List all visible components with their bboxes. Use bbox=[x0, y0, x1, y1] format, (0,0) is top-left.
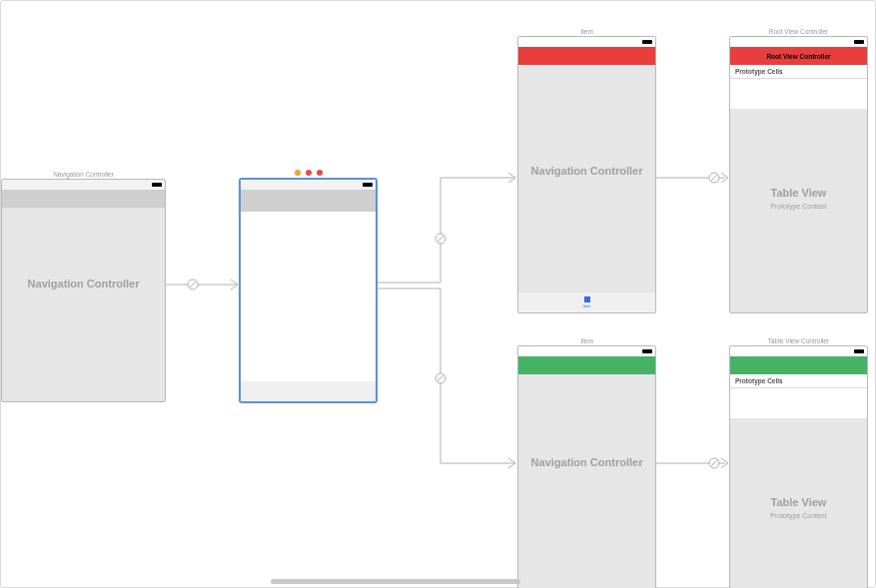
nav-title: Root View Controller bbox=[766, 53, 830, 60]
scene-title: Table View Controller bbox=[729, 335, 868, 345]
nav-bar bbox=[2, 190, 165, 208]
scene-nav-a[interactable]: Navigation Controller Navigation Control… bbox=[1, 169, 166, 402]
svg-point-4 bbox=[436, 373, 445, 383]
tab-bar: Item bbox=[518, 293, 655, 312]
status-bar bbox=[518, 37, 655, 47]
svg-line-3 bbox=[438, 236, 443, 242]
body-sublabel: Prototype Content bbox=[730, 512, 867, 519]
prototype-cells-label: Prototype Cells bbox=[730, 374, 867, 388]
exit-icon bbox=[306, 170, 312, 176]
status-bar bbox=[518, 346, 655, 356]
svg-point-0 bbox=[188, 280, 198, 290]
body-label: Navigation Controller bbox=[2, 278, 165, 290]
svg-point-8 bbox=[709, 458, 719, 468]
svg-line-7 bbox=[711, 175, 717, 181]
tab-item-icon bbox=[584, 296, 590, 302]
body-label: Table View bbox=[730, 187, 867, 199]
nav-bar-red: Root View Controller bbox=[730, 47, 867, 65]
status-bar bbox=[730, 346, 867, 356]
tab-bar bbox=[241, 381, 376, 401]
body-label: Navigation Controller bbox=[518, 165, 655, 177]
tab-item-label: Item bbox=[583, 303, 591, 308]
svg-point-6 bbox=[709, 173, 719, 183]
scene-title: Navigation Controller bbox=[1, 169, 166, 179]
scene-title: Root View Controller bbox=[729, 26, 868, 36]
body-sublabel: Prototype Content bbox=[730, 203, 867, 210]
nav-bar bbox=[241, 190, 376, 212]
horizontal-scrollbar[interactable] bbox=[271, 579, 520, 584]
prototype-cells-label: Prototype Cells bbox=[730, 65, 867, 79]
body-label: Navigation Controller bbox=[518, 456, 655, 468]
scene-table-green[interactable]: Table View Controller Prototype Cells Ta… bbox=[729, 335, 868, 588]
scene-table-red[interactable]: Root View Controller Root View Controlle… bbox=[729, 26, 868, 313]
svg-line-1 bbox=[190, 282, 196, 288]
scene-title: Item bbox=[517, 26, 656, 36]
scene-nav-red[interactable]: Item Navigation Controller Item bbox=[517, 26, 656, 313]
storyboard-ref-icon bbox=[317, 170, 323, 176]
svg-line-9 bbox=[711, 460, 717, 466]
status-bar bbox=[241, 180, 376, 190]
status-bar bbox=[2, 180, 165, 190]
nav-bar-green bbox=[518, 356, 655, 374]
status-bar bbox=[730, 37, 867, 47]
scene-tabbar-selected[interactable] bbox=[239, 169, 378, 403]
body-label: Table View bbox=[730, 496, 867, 508]
first-responder-icon bbox=[295, 170, 301, 176]
nav-bar-red bbox=[518, 47, 655, 65]
scene-title: Item bbox=[517, 335, 656, 345]
svg-line-5 bbox=[438, 375, 443, 381]
scene-indicators bbox=[239, 169, 378, 178]
scene-nav-green[interactable]: Item Navigation Controller bbox=[517, 335, 656, 588]
svg-point-2 bbox=[436, 234, 445, 244]
nav-bar-green bbox=[730, 356, 867, 374]
storyboard-canvas[interactable]: Navigation Controller Navigation Control… bbox=[0, 0, 876, 588]
